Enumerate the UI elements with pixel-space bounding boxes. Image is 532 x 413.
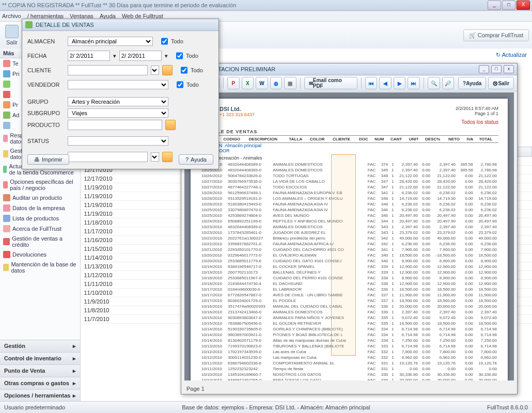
report-row: 10/23/20101737843285401-0JUGADOR DE AJED…	[200, 230, 498, 235]
zoom-in-icon[interactable]: 🔍	[428, 77, 440, 89]
prev-page-icon[interactable]: ◀	[379, 77, 392, 89]
report-row: 10/14/20108130402071179-0Atlas de las ma…	[200, 338, 498, 343]
next-page-icon[interactable]: ▶	[394, 77, 406, 89]
report-row: 10/15/20109030893803647-0ANIMALES PARA N…	[200, 315, 498, 321]
report-row: 10/10/20101345104189660-7NOSOTROS LOS GA…	[200, 372, 498, 377]
sidebar-item[interactable]: Mantención de la base de datos	[0, 260, 80, 275]
sidebar-item-icon	[3, 60, 10, 67]
status-db: Base de datos: ejemplos - Empresa: DSI L…	[81, 404, 472, 410]
report-row: 10/28/20109313529519181-0LOS ANIMALES – …	[200, 196, 498, 201]
report-col: CLIENTE	[331, 136, 357, 143]
report-row: 10/11/20106386794602336-6COMPORTAMIENTO …	[200, 360, 498, 366]
maximize-button[interactable]: □	[502, 1, 515, 10]
minimize-button[interactable]: _	[488, 1, 501, 10]
exit-icon	[5, 25, 19, 38]
grupo-select[interactable]: Artes y Recreación	[68, 97, 168, 106]
report-col: TOTAL	[477, 136, 498, 143]
report-row: 10/22/20103358837882701-0FAUNA AMENAZADA…	[200, 241, 498, 247]
sidebar-item-icon	[3, 101, 10, 108]
preview-titlebar[interactable]: PRESENTACION PRELIMINAR _ □ x	[181, 63, 517, 75]
preview-ayuda-button[interactable]: ? Ayuda	[458, 77, 486, 89]
first-page-icon[interactable]: ⏮	[365, 77, 378, 89]
preview-max-button[interactable]: □	[491, 65, 502, 73]
vendedor-select[interactable]	[68, 80, 168, 89]
fecha-todo-checkbox[interactable]	[176, 51, 183, 60]
subgrupo-select[interactable]: Viajes	[68, 108, 168, 118]
almacen-select[interactable]: Almacén principal	[68, 37, 153, 46]
preview-min-button[interactable]: _	[479, 65, 489, 73]
sidebar-item-icon	[3, 215, 10, 222]
accordion-section[interactable]: Opciones / herramientas▸	[0, 389, 80, 402]
report-row: 10/25/20104832044408389-0ANIMALES DOMEST…	[200, 167, 498, 173]
report-row: 10/18/20102183644474730-4EL DACHSUNDFAC3…	[200, 281, 498, 287]
grid-icon[interactable]: ▦	[284, 77, 296, 89]
sidebar-item[interactable]: Opciones específicas del país / negocio	[0, 177, 80, 193]
accordion-section[interactable]: Control de inventario▸	[0, 352, 80, 364]
report-row: 10/14/20105190330735605-0GORILAS Y CHIMP…	[200, 326, 498, 332]
report-row: 10/18/20102533685011967-0CUIDADO DEL PER…	[200, 275, 498, 281]
report-row: 10/12/20101702197343939-0Las aves de Cub…	[200, 349, 498, 355]
menu-archivo[interactable]: Archivo	[2, 13, 21, 19]
sidebar-item[interactable]: Auditar un producto	[0, 193, 80, 203]
imprimir-button[interactable]: 🖶 Imprimir	[27, 154, 69, 165]
cliente-dd[interactable]	[151, 66, 159, 75]
accordion-section[interactable]: Punto de Venta▸	[0, 364, 80, 377]
sidebar-item[interactable]: Gestión de ventas a crédito	[0, 234, 80, 249]
report-row: 10/19/20102607702110173BALLENAS, DELFINE…	[200, 269, 498, 275]
sidebar-item-label: Acerca de FullTrust	[12, 226, 61, 232]
preview-close-button[interactable]: x	[504, 65, 514, 73]
status-select[interactable]	[68, 136, 168, 146]
comprar-button[interactable]: 🛒 Comprar FullTrust	[463, 29, 529, 41]
cliente-input[interactable]	[68, 65, 148, 75]
sidebar-item-label: Lista de productos	[12, 215, 59, 221]
sidebar-item[interactable]: Acerca de FullTrust	[0, 224, 80, 234]
report-row: 10/26/20105064784233626-0TODO TORTUGASFA…	[200, 173, 498, 179]
producto-lookup-button[interactable]	[165, 120, 176, 130]
cliente-lookup-button[interactable]	[162, 65, 173, 75]
sidebar-item-icon	[3, 135, 8, 142]
sidebar-item-icon	[3, 150, 8, 157]
sidebar-item[interactable]: Lista de productos	[0, 213, 80, 224]
all-status: Todos los status	[456, 119, 498, 125]
report-timestamp: 2/2/2011 8:57:40 AM	[456, 106, 498, 111]
email-pdf-button[interactable]: ✉ Email como PDF	[304, 77, 357, 89]
almacen-todo-checkbox[interactable]	[161, 37, 168, 46]
sidebar-item-label: Datos de la empresa	[12, 205, 65, 211]
salir-button[interactable]: Salir	[3, 24, 21, 46]
ayuda-button[interactable]: ? Ayuda	[179, 154, 213, 165]
close-button[interactable]: X	[517, 1, 530, 10]
sidebar-item-icon	[3, 166, 7, 173]
zoom-out-icon[interactable]: 🔎	[442, 77, 455, 89]
sidebar-item-icon	[3, 194, 10, 201]
cliente-todo-checkbox[interactable]	[181, 66, 187, 75]
producto-input[interactable]	[68, 120, 162, 130]
sidebar-item-label: Devoluciones	[12, 251, 46, 258]
sidebar-item-icon	[3, 238, 10, 245]
sidebar-item-label: Pr	[12, 102, 18, 108]
report-col: IVA	[465, 136, 478, 143]
sidebar-item[interactable]: Devoluciones	[0, 249, 80, 260]
sidebar-item-icon	[3, 112, 10, 119]
report-subgroup: Artes y Recreación - Animales	[200, 155, 498, 161]
preview-salir-button[interactable]: ⮿ Salir	[488, 77, 514, 89]
report-col: CANT	[389, 136, 408, 143]
actualizar-link[interactable]: ↻ Actualizar	[496, 52, 527, 58]
report-col: NUM	[373, 136, 389, 143]
word-icon[interactable]: W	[256, 77, 268, 89]
excel-icon[interactable]: X	[242, 77, 254, 89]
report-col: DESC%	[424, 136, 447, 143]
detalle-titlebar[interactable]: DETALLE DE VENTAS	[22, 19, 218, 31]
report-row: 10/24/20106508892251199-0REPTILES Y ANFI…	[200, 218, 498, 224]
report-row: 10/14/20109803697003921-0PITONES Y BOAS …	[200, 332, 498, 338]
accordion-section[interactable]: Otras compras o gastos▸	[0, 377, 80, 389]
sidebar-item[interactable]: Datos de la empresa	[0, 203, 80, 213]
vendedor-todo-checkbox[interactable]	[177, 80, 183, 89]
pdf-icon[interactable]: P	[227, 77, 240, 89]
fecha-hasta-input[interactable]	[119, 51, 162, 61]
fecha-desde-input[interactable]	[68, 51, 110, 61]
report-row: 10/17/20108036034001729-0EL POODLEFAC337…	[200, 298, 498, 304]
last-page-icon[interactable]: ⏭	[408, 77, 420, 89]
globe-icon[interactable]: ◍	[270, 77, 283, 89]
accordion-section[interactable]: Gestión▸	[0, 340, 80, 352]
preview-canvas[interactable]: DSI Ltd. +1 323 319 6437 2/2/2011 8:57:4…	[184, 92, 514, 380]
